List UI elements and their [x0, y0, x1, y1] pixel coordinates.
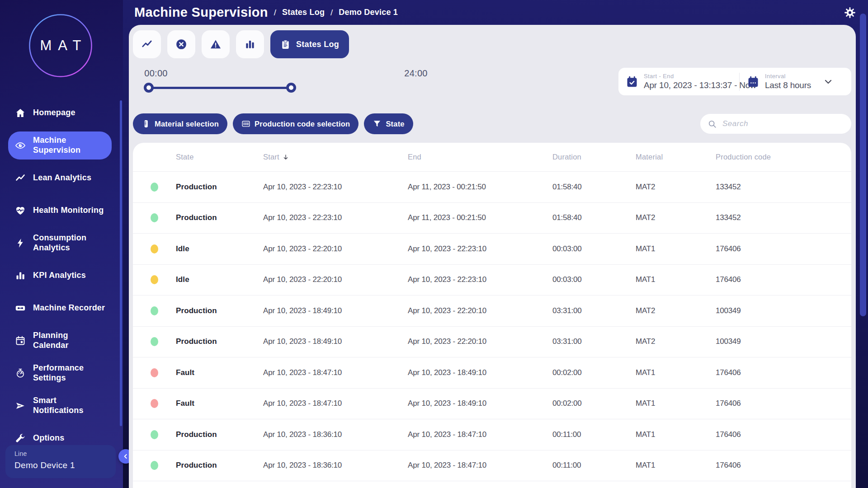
settings-gear-button[interactable]	[844, 7, 856, 19]
cell-duration: 01:58:40	[552, 183, 636, 192]
wrench-icon	[15, 433, 26, 444]
states-log-table: State Start End Duration Material Produc…	[133, 143, 851, 488]
cell-end: Apr 10, 2023 - 22:20:10	[408, 306, 552, 315]
table-row[interactable]: Fault Apr 10, 2023 - 18:47:10 Apr 10, 20…	[133, 357, 851, 389]
date-range-card: Start - End Apr 10, 2023 - 13:13:37 - No…	[618, 68, 851, 95]
cell-production-code: 133452	[716, 183, 851, 192]
table-row[interactable]: Production Apr 10, 2023 - 18:49:10 Apr 1…	[133, 296, 851, 327]
table-row[interactable]: Idle Apr 10, 2023 - 22:20:10 Apr 10, 202…	[133, 234, 851, 265]
interval-dropdown[interactable]: Interval Last 8 hours	[740, 68, 851, 95]
cassette-icon	[15, 303, 26, 314]
start-end-picker[interactable]: Start - End Apr 10, 2023 - 13:13:37 - No…	[618, 68, 739, 95]
table-row[interactable]: Production Apr 10, 2023 - 22:23:10 Apr 1…	[133, 172, 851, 203]
column-start[interactable]: Start	[263, 153, 408, 161]
slider-start-label: 00:00	[136, 68, 176, 79]
sidebar-item-health-monitoring[interactable]: Health Monitoring	[0, 194, 123, 227]
tab-kpi-bars[interactable]	[236, 30, 264, 58]
x-circle-icon	[175, 38, 187, 50]
table-body: Production Apr 10, 2023 - 22:23:10 Apr 1…	[133, 172, 851, 481]
table-row[interactable]: Idle Apr 10, 2023 - 22:20:10 Apr 10, 202…	[133, 265, 851, 296]
warning-triangle-icon	[210, 38, 222, 50]
sidebar-item-lean-analytics[interactable]: Lean Analytics	[0, 162, 123, 194]
search-box	[700, 114, 851, 134]
column-material[interactable]: Material	[636, 153, 716, 161]
column-duration[interactable]: Duration	[552, 153, 636, 161]
cell-duration: 01:58:40	[552, 213, 636, 222]
breadcrumb-demo-device[interactable]: Demo Device 1	[339, 8, 398, 17]
time-slider-handle-end[interactable]	[286, 83, 296, 93]
state-dot	[151, 430, 158, 439]
interval-label: Interval	[765, 73, 811, 80]
cell-end: Apr 10, 2023 - 22:23:10	[408, 244, 552, 253]
column-production-code[interactable]: Production code	[716, 153, 851, 161]
device-card-label: Line	[14, 450, 107, 457]
production-code-selection-button[interactable]: Production code selection	[233, 113, 359, 134]
tab-label: States Log	[296, 40, 339, 49]
sidebar-item-homepage[interactable]: Homepage	[0, 97, 123, 129]
cell-duration: 03:31:00	[552, 306, 636, 315]
barcode-icon	[241, 119, 250, 128]
cell-material: MAT1	[636, 399, 716, 408]
table-row[interactable]: Fault Apr 10, 2023 - 18:47:10 Apr 10, 20…	[133, 389, 851, 420]
state-dot	[151, 461, 158, 470]
column-end[interactable]: End	[408, 153, 552, 161]
column-state[interactable]: State	[176, 153, 263, 161]
slider-end-label: 24:00	[396, 68, 436, 79]
cell-state: Fault	[176, 368, 263, 377]
cell-state: Production	[176, 430, 263, 439]
state-dot	[151, 275, 158, 284]
search-input[interactable]	[722, 119, 844, 129]
app-screen: Machine Supervision / States Log / Demo …	[0, 0, 868, 488]
cell-material: MAT1	[636, 430, 716, 439]
device-card[interactable]: Line Demo Device 1	[5, 445, 116, 478]
sidebar-item-machine-recorder[interactable]: Machine Recorder	[0, 292, 123, 324]
sidebar-item-kpi-analytics[interactable]: KPI Analytics	[0, 259, 123, 292]
chevron-down-icon	[823, 76, 834, 87]
table-row[interactable]: Production Apr 10, 2023 - 18:36:10 Apr 1…	[133, 450, 851, 482]
material-gauge-icon	[142, 119, 151, 128]
cell-end: Apr 11, 2023 - 00:21:50	[408, 183, 552, 192]
sidebar-item-planning-calendar[interactable]: Planning Calendar	[0, 324, 123, 357]
sidebar-item-machine-supervision[interactable]: Machine Supervision	[8, 131, 112, 160]
cell-start: Apr 10, 2023 - 18:36:10	[263, 430, 408, 439]
trend-line-icon	[15, 173, 26, 183]
sidebar-scrollbar[interactable]	[120, 100, 122, 426]
table-row[interactable]: Production Apr 10, 2023 - 18:36:10 Apr 1…	[133, 419, 851, 450]
cell-production-code: 176406	[716, 368, 851, 377]
breadcrumb-states-log[interactable]: States Log	[282, 8, 325, 17]
time-slider-track[interactable]	[149, 87, 291, 89]
cell-start: Apr 10, 2023 - 18:47:10	[263, 399, 408, 408]
cell-duration: 00:02:00	[552, 399, 636, 408]
cell-duration: 00:03:00	[552, 275, 636, 284]
cell-production-code: 176406	[716, 275, 851, 284]
tab-warnings[interactable]	[202, 30, 230, 58]
sidebar-item-consumption-analytics[interactable]: Consumption Analytics	[0, 227, 123, 259]
tab-faults[interactable]	[167, 30, 195, 58]
filter-bar: Material selection Production code selec…	[133, 113, 413, 134]
cell-start: Apr 10, 2023 - 18:36:10	[263, 461, 408, 470]
breadcrumb: Machine Supervision / States Log / Demo …	[134, 0, 398, 25]
bolt-icon	[15, 238, 26, 249]
cell-state: Production	[176, 213, 263, 222]
page-scrollbar[interactable]	[860, 14, 866, 316]
cell-state: Production	[176, 337, 263, 346]
cell-material: MAT2	[636, 183, 716, 192]
cell-state: Production	[176, 183, 263, 192]
bar-chart-icon	[15, 270, 26, 281]
table-row[interactable]: Production Apr 10, 2023 - 22:23:10 Apr 1…	[133, 203, 851, 234]
cell-state: Idle	[176, 275, 263, 284]
cell-material: MAT2	[636, 337, 716, 346]
state-dot	[151, 213, 158, 222]
cell-start: Apr 10, 2023 - 22:20:10	[263, 275, 408, 284]
time-slider-handle-start[interactable]	[144, 83, 154, 93]
material-selection-button[interactable]: Material selection	[133, 113, 227, 134]
tab-states-log[interactable]: States Log	[270, 30, 349, 58]
tab-trends[interactable]	[133, 30, 161, 58]
sidebar-item-performance-settings[interactable]: Performance Settings	[0, 357, 123, 389]
trend-line-icon	[141, 38, 153, 50]
table-row[interactable]: Production Apr 10, 2023 - 18:49:10 Apr 1…	[133, 327, 851, 358]
state-dot	[151, 337, 158, 346]
state-button[interactable]: State	[364, 113, 413, 134]
view-tabs: States Log	[133, 30, 349, 58]
sidebar-item-smart-notifications[interactable]: Smart Notifications	[0, 389, 123, 422]
